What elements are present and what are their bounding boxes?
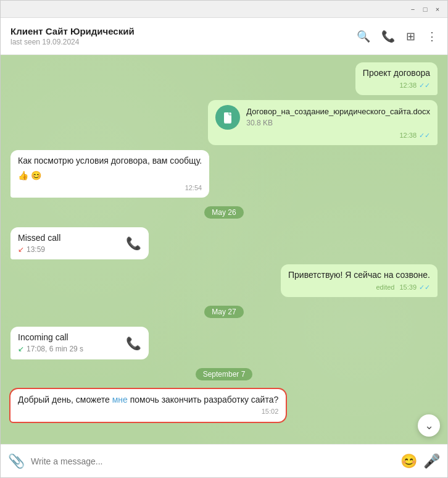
header-icons: 🔍 📞 ⊞ ⋮ bbox=[357, 30, 438, 43]
phone-icon: 📞 bbox=[126, 235, 141, 252]
message-row: Проект договора 12:38 ✓✓ bbox=[10, 62, 438, 95]
message-row: Приветствую! Я сейчас на созвоне. edited… bbox=[10, 264, 438, 297]
call-icon[interactable]: 📞 bbox=[381, 30, 395, 43]
file-icon bbox=[215, 105, 240, 130]
date-separator: May 26 bbox=[10, 206, 438, 219]
message-link-text: мне bbox=[112, 395, 128, 405]
incoming-call-arrow: ↙ bbox=[18, 344, 24, 354]
message-row: Как посмотрю условия договора, вам сообщ… bbox=[10, 150, 438, 198]
chat-info: Клиент Сайт Юридический last seen 19.09.… bbox=[10, 26, 357, 46]
file-content: Договор_на_создание_юридического_сайта.d… bbox=[215, 105, 430, 130]
scroll-down-button[interactable]: ⌄ bbox=[418, 414, 440, 437]
message-time: 12:38 ✓✓ bbox=[215, 131, 430, 140]
message-text-part2: помочь закончить разработку сайта? bbox=[128, 395, 278, 405]
call-bubble: Missed call ↙ 13:59 📞 bbox=[10, 227, 149, 259]
search-icon[interactable]: 🔍 bbox=[357, 30, 370, 43]
minimize-button[interactable]: − bbox=[408, 4, 418, 14]
emoji-icon[interactable]: 😊 bbox=[400, 453, 417, 469]
emoji-face: 😊 bbox=[31, 170, 41, 182]
read-receipt: ✓✓ bbox=[419, 81, 430, 90]
chat-status: last seen 19.09.2024 bbox=[10, 38, 357, 46]
message-row: Добрый день, сможете мне помочь закончит… bbox=[10, 389, 438, 422]
message-input[interactable] bbox=[31, 456, 394, 466]
date-separator: September 7 bbox=[10, 368, 438, 380]
call-content: Incoming call ↙ 17:08, 6 min 29 s 📞 bbox=[18, 332, 141, 354]
message-time: 12:38 ✓✓ bbox=[363, 81, 430, 90]
app-window: − □ × Клиент Сайт Юридический last seen … bbox=[0, 0, 448, 478]
microphone-icon[interactable]: 🎤 bbox=[423, 453, 440, 469]
maximize-button[interactable]: □ bbox=[420, 4, 430, 14]
phone-icon: 📞 bbox=[126, 335, 141, 352]
message-bubble-highlighted: Добрый день, сможете мне помочь закончит… bbox=[10, 389, 286, 422]
chevron-down-icon: ⌄ bbox=[425, 419, 434, 432]
file-details: Договор_на_создание_юридического_сайта.d… bbox=[246, 106, 430, 128]
emoji-row: 👍 😊 bbox=[18, 170, 202, 182]
call-title: Missed call bbox=[18, 232, 60, 245]
message-text: Как посмотрю условия договора, вам сообщ… bbox=[18, 156, 202, 166]
input-area: 📎 😊 🎤 bbox=[1, 444, 447, 477]
chat-header: Клиент Сайт Юридический last seen 19.09.… bbox=[1, 18, 447, 55]
call-time: ↙ 13:59 bbox=[18, 245, 60, 255]
message-row: Договор_на_создание_юридического_сайта.d… bbox=[10, 100, 438, 145]
call-info: Incoming call ↙ 17:08, 6 min 29 s bbox=[18, 332, 83, 354]
file-name: Договор_на_создание_юридического_сайта.d… bbox=[246, 106, 430, 117]
missed-call-arrow: ↙ bbox=[18, 245, 24, 255]
chat-name: Клиент Сайт Юридический bbox=[10, 26, 357, 36]
message-time: 15:02 bbox=[18, 407, 278, 416]
call-info: Missed call ↙ 13:59 bbox=[18, 232, 60, 254]
titlebar: − □ × bbox=[1, 1, 447, 18]
menu-icon[interactable]: ⋮ bbox=[426, 30, 438, 43]
call-title: Incoming call bbox=[18, 332, 83, 344]
message-text: Проект договора bbox=[363, 68, 430, 78]
message-row: Missed call ↙ 13:59 📞 bbox=[10, 227, 438, 259]
message-bubble: Приветствую! Я сейчас на созвоне. edited… bbox=[281, 264, 438, 297]
call-content: Missed call ↙ 13:59 📞 bbox=[18, 232, 141, 254]
call-time: ↙ 17:08, 6 min 29 s bbox=[18, 344, 83, 354]
split-view-icon[interactable]: ⊞ bbox=[406, 30, 415, 43]
edited-label: edited bbox=[376, 283, 394, 292]
chat-area: Проект договора 12:38 ✓✓ bbox=[1, 55, 447, 444]
close-button[interactable]: × bbox=[433, 4, 442, 14]
message-time: 12:54 bbox=[18, 183, 202, 193]
message-time: edited 15:39 ✓✓ bbox=[288, 283, 430, 292]
message-bubble: Как посмотрю условия договора, вам сообщ… bbox=[10, 150, 209, 198]
read-receipt: ✓✓ bbox=[419, 131, 430, 140]
file-bubble: Договор_на_создание_юридического_сайта.d… bbox=[208, 100, 438, 145]
call-bubble: Incoming call ↙ 17:08, 6 min 29 s 📞 bbox=[10, 327, 149, 359]
attach-icon[interactable]: 📎 bbox=[8, 453, 25, 469]
message-row: Incoming call ↙ 17:08, 6 min 29 s 📞 bbox=[10, 327, 438, 359]
read-receipt: ✓✓ bbox=[419, 283, 430, 292]
message-bubble: Проект договора 12:38 ✓✓ bbox=[355, 62, 438, 95]
message-text-part1: Добрый день, сможете bbox=[18, 395, 112, 405]
file-size: 30.8 KB bbox=[246, 118, 430, 128]
message-text: Приветствую! Я сейчас на созвоне. bbox=[288, 270, 430, 280]
date-separator: May 27 bbox=[10, 306, 438, 318]
emoji-thumbs-up: 👍 bbox=[18, 170, 28, 182]
